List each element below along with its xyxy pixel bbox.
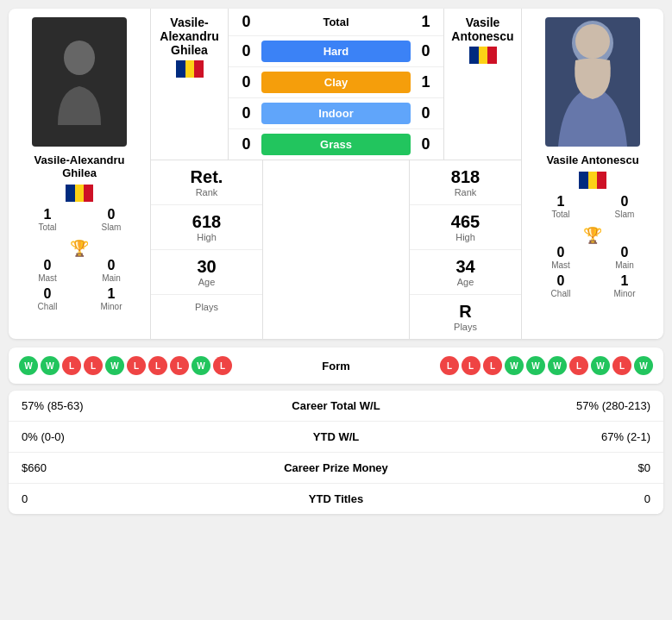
form-badge: L [170, 356, 189, 375]
center-player1-flag [176, 60, 204, 78]
stat-left-3: 0 [22, 492, 250, 505]
player2-block: Vasile Antonescu 1 Total 0 Slam 🏆 0 [521, 9, 663, 339]
player2-total: 1 Total [531, 194, 591, 219]
stat-label-1: YTD W/L [250, 430, 423, 443]
player2-name: Vasile Antonescu [546, 153, 638, 166]
form-badge: L [127, 356, 146, 375]
player1-block: Vasile-Alexandru Ghilea 1 Total 0 Slam 🏆… [9, 9, 151, 339]
player1-minor: 1 Minor [81, 286, 141, 311]
form-badge: L [612, 356, 631, 375]
trophy-icon-left: 🏆 [70, 239, 89, 258]
stat-label-3: YTD Titles [250, 492, 423, 505]
player2-slam: 0 Slam [594, 194, 655, 219]
center-player2-name: Vasile Antonescu [448, 16, 518, 43]
form-badge: W [634, 356, 653, 375]
stat-left-1: 0% (0-0) [22, 430, 250, 443]
form-badge: W [505, 356, 524, 375]
form-badge: L [569, 356, 588, 375]
stat-left-0: 57% (85-63) [22, 399, 250, 412]
form-badge: L [483, 356, 502, 375]
form-badge: L [440, 356, 459, 375]
total-row: 0 Total 1 [229, 9, 443, 36]
player2-silhouette [545, 17, 640, 147]
player1-total: 1 Total [17, 207, 78, 232]
player2-mast: 0 Mast [531, 245, 591, 270]
right-player-stats: 818 Rank 465 High 34 Age R Plays [409, 160, 521, 339]
stat-label-2: Career Prize Money [250, 461, 423, 474]
form-badge: L [462, 356, 480, 375]
form-badge: W [526, 356, 545, 375]
form-badge: L [84, 356, 103, 375]
center-player1-name: Vasile-Alexandru Ghilea [154, 16, 224, 57]
stats-row-2: $660Career Prize Money$0 [9, 453, 663, 484]
player2-photo [545, 17, 640, 147]
player1-name: Vasile-Alexandru Ghilea [17, 153, 141, 179]
player1-mast: 0 Mast [17, 258, 78, 283]
form-label: Form [232, 360, 440, 373]
form-badge: W [41, 356, 60, 375]
center-player2-flag [469, 47, 497, 64]
player1-chall: 0 Chall [17, 286, 78, 311]
center-stats-spacer [263, 160, 409, 339]
stats-table: 57% (85-63)Career Total W/L57% (280-213)… [9, 391, 663, 514]
player1-form: WWLLWLLLWL [19, 356, 232, 375]
stats-row-1: 0% (0-0)YTD W/L67% (2-1) [9, 422, 663, 453]
form-badge: W [192, 356, 210, 375]
form-badge: W [19, 356, 38, 375]
stats-row-0: 57% (85-63)Career Total W/L57% (280-213) [9, 391, 663, 422]
stats-row-3: 0YTD Titles0 [9, 484, 663, 514]
player1-silhouette [49, 39, 110, 125]
player1-main: 0 Main [81, 258, 141, 283]
stat-label-0: Career Total W/L [250, 399, 423, 412]
player1-photo [32, 17, 127, 147]
stat-left-2: $660 [22, 461, 250, 474]
form-badge: L [62, 356, 81, 375]
player2-minor: 1 Minor [594, 273, 655, 298]
stat-right-0: 57% (280-213) [423, 399, 651, 412]
player1-flag [66, 185, 93, 202]
player2-form: LLLWWWLWLW [440, 356, 653, 375]
trophy-icon-right: 🏆 [583, 226, 602, 245]
player2-main: 0 Main [594, 245, 655, 270]
form-row: WWLLWLLLWL Form LLLWWWLWLW [9, 348, 663, 384]
svg-point-2 [575, 24, 610, 59]
form-badge: W [548, 356, 567, 375]
stat-right-3: 0 [423, 492, 651, 505]
form-badge: W [105, 356, 124, 375]
center-block: Vasile-Alexandru Ghilea 0 Total 1 0 Hard [151, 9, 521, 339]
player2-chall: 0 Chall [531, 273, 591, 298]
stat-right-1: 67% (2-1) [423, 430, 651, 443]
form-badge: W [591, 356, 610, 375]
grass-row: 0 Grass 0 [229, 129, 443, 160]
left-player-stats: Ret. Rank 618 High 30 Age Plays [151, 160, 263, 339]
stat-right-2: $0 [423, 461, 651, 474]
hard-row: 0 Hard 0 [229, 36, 443, 67]
player2-flag [579, 172, 606, 189]
svg-point-0 [64, 41, 95, 75]
form-badge: L [148, 356, 167, 375]
player1-slam: 0 Slam [81, 207, 141, 232]
clay-row: 0 Clay 1 [229, 67, 443, 98]
indoor-row: 0 Indoor 0 [229, 98, 443, 129]
form-badge: L [213, 356, 232, 375]
